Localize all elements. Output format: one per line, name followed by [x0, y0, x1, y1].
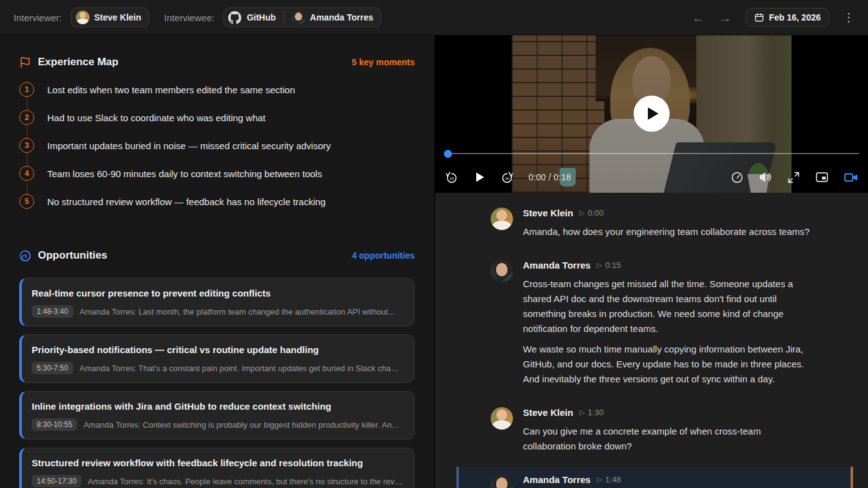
camera-button[interactable]: [844, 170, 858, 185]
seek-handle[interactable]: [444, 150, 452, 158]
moment-number: 3: [19, 138, 34, 153]
opportunity-card[interactable]: Priority-based notifications — critical …: [19, 334, 415, 383]
message-time: 1:48: [605, 475, 621, 484]
transcript-message[interactable]: Amanda Torres ▷ 1:48 Last month, the pla…: [456, 467, 853, 488]
speaker-name: Steve Klein: [523, 208, 573, 218]
interviewee-name: Amanda Torres: [310, 12, 374, 22]
opportunity-time-badge[interactable]: 5:30-7:50: [32, 362, 73, 374]
moment-text: Important updates buried in noise — miss…: [47, 138, 331, 166]
message-time: 0:15: [605, 260, 621, 270]
play-glyph-icon: ▷: [597, 261, 602, 269]
transcript-message[interactable]: Steve Klein ▷ 1:30 Can you give me a con…: [456, 400, 853, 462]
rewind-10-button[interactable]: 10: [445, 171, 458, 184]
volume-button[interactable]: [759, 170, 772, 184]
moment-text: No structured review workflow — feedback…: [47, 194, 326, 222]
opportunity-time-badge[interactable]: 1:48-3:40: [32, 305, 73, 318]
speaker-name: Amanda Torres: [523, 474, 591, 485]
opportunity-quote: Amanda Torres: Last month, the platform …: [80, 307, 395, 316]
moment-text: Lost edits when two team members edited …: [47, 82, 295, 110]
opportunity-title: Inline integrations with Jira and GitHub…: [32, 401, 403, 412]
time-display: 0:00 / 0:18: [529, 172, 571, 182]
flag-icon: [19, 57, 31, 68]
picture-in-picture-button[interactable]: [815, 170, 829, 184]
opportunities-list: Real-time cursor presence to prevent edi…: [19, 278, 415, 488]
transcript-message[interactable]: Amanda Torres ▷ 0:15 Cross-team changes …: [456, 252, 853, 395]
moment-number-column: 5: [19, 194, 34, 222]
moment-number: 4: [19, 166, 34, 181]
transcript-message[interactable]: Steve Klein ▷ 0:00 Amanda, how does your…: [456, 200, 853, 247]
key-moment-item[interactable]: 4 Team loses 60-90 minutes daily to cont…: [19, 166, 415, 194]
svg-text:10: 10: [505, 175, 509, 180]
key-moment-item[interactable]: 2 Had to use Slack to coordinate who was…: [19, 110, 415, 138]
message-body: Amanda, how does your engineering team c…: [523, 224, 814, 239]
message-paragraph: Amanda, how does your engineering team c…: [523, 224, 814, 239]
moment-connector: [27, 126, 27, 138]
message-paragraph: We waste so much time manually copying i…: [523, 342, 814, 387]
analysis-panel: Experience Map 5 key moments 1 Lost edit…: [0, 35, 435, 488]
speaker-avatar: [491, 407, 513, 430]
play-glyph-icon: ▷: [579, 209, 584, 217]
opportunity-title: Structured review workflow with feedback…: [32, 458, 403, 468]
message-paragraph: Cross-team changes get missed all the ti…: [523, 277, 814, 336]
topbar: Interviewer: Steve Klein Interviewee: Gi…: [0, 0, 868, 35]
key-moment-item[interactable]: 1 Lost edits when two team members edite…: [19, 82, 415, 110]
interviewee-org-segment[interactable]: GitHub: [228, 11, 276, 24]
opportunities-count: 4 opportunities: [352, 251, 415, 260]
moment-text: Team loses 60-90 minutes daily to contex…: [47, 166, 322, 194]
svg-text:10: 10: [450, 175, 454, 180]
github-icon: [228, 11, 242, 24]
moment-number-column: 1: [19, 82, 34, 110]
moment-number: 2: [19, 110, 34, 125]
opportunity-title: Real-time cursor presence to prevent edi…: [32, 288, 403, 298]
interviewee-chip[interactable]: GitHub Amanda Torres: [223, 7, 381, 27]
opportunity-quote: Amanda Torres: It's chaos. People leave …: [88, 477, 403, 486]
fullscreen-button[interactable]: [787, 171, 800, 184]
forward-10-button[interactable]: 10: [501, 171, 514, 184]
next-session-button[interactable]: →: [719, 11, 732, 24]
date-label: Feb 16, 2026: [769, 12, 821, 22]
speaker-avatar: [491, 260, 513, 282]
message-timestamp[interactable]: ▷ 0:00: [579, 208, 604, 218]
play-glyph-icon: ▷: [597, 476, 602, 484]
key-moment-item[interactable]: 5 No structured review workflow — feedba…: [19, 194, 415, 222]
opportunity-card[interactable]: Structured review workflow with feedback…: [19, 448, 415, 488]
opportunity-card[interactable]: Inline integrations with Jira and GitHub…: [19, 391, 415, 440]
message-timestamp[interactable]: ▷ 1:48: [597, 475, 621, 484]
transcript: Steve Klein ▷ 0:00 Amanda, how does your…: [435, 193, 868, 488]
play-overlay-button[interactable]: [634, 95, 670, 131]
experience-map-header: Experience Map 5 key moments: [19, 56, 415, 68]
opportunity-time-badge[interactable]: 8:30-10:55: [32, 418, 77, 431]
moment-number-column: 2: [19, 110, 34, 138]
moment-connector: [27, 98, 27, 110]
opportunities-title: Opportunities: [38, 249, 107, 262]
interviewer-chip[interactable]: Steve Klein: [71, 7, 149, 27]
moment-number-column: 4: [19, 166, 34, 194]
prev-session-button[interactable]: ←: [692, 11, 705, 24]
key-moments-list: 1 Lost edits when two team members edite…: [19, 82, 415, 222]
message-paragraph: Can you give me a concrete example of wh…: [523, 424, 814, 454]
moment-number: 1: [19, 82, 34, 97]
interviewee-label: Interviewee:: [164, 12, 215, 23]
message-timestamp[interactable]: ▷ 1:30: [579, 408, 604, 417]
date-picker-button[interactable]: Feb 16, 2026: [746, 8, 829, 27]
chip-divider: [284, 11, 284, 24]
opportunity-card[interactable]: Real-time cursor presence to prevent edi…: [19, 278, 415, 326]
opportunity-time-badge[interactable]: 14:50-17:30: [32, 475, 81, 487]
interviewee-person-segment[interactable]: Amanda Torres: [292, 11, 374, 24]
message-time: 0:00: [588, 208, 603, 218]
seek-bar[interactable]: [444, 150, 859, 157]
opportunity-quote: Amanda Torres: That's a constant pain po…: [80, 364, 403, 373]
player-controls: 10 10 0:00 / 0:18: [435, 162, 868, 193]
moment-connector: [27, 182, 27, 194]
moment-number: 5: [19, 194, 34, 209]
message-timestamp[interactable]: ▷ 0:15: [597, 260, 621, 270]
playback-speed-button[interactable]: [731, 171, 744, 184]
interviewee-org: GitHub: [247, 12, 276, 22]
more-options-button[interactable]: ⋮: [843, 12, 854, 23]
play-glyph-icon: ▷: [579, 408, 584, 417]
play-icon: [648, 107, 658, 119]
key-moment-item[interactable]: 3 Important updates buried in noise — mi…: [19, 138, 415, 166]
play-button[interactable]: [473, 171, 486, 183]
message-body: Cross-team changes get missed all the ti…: [523, 277, 814, 387]
moment-number-column: 3: [19, 138, 34, 166]
